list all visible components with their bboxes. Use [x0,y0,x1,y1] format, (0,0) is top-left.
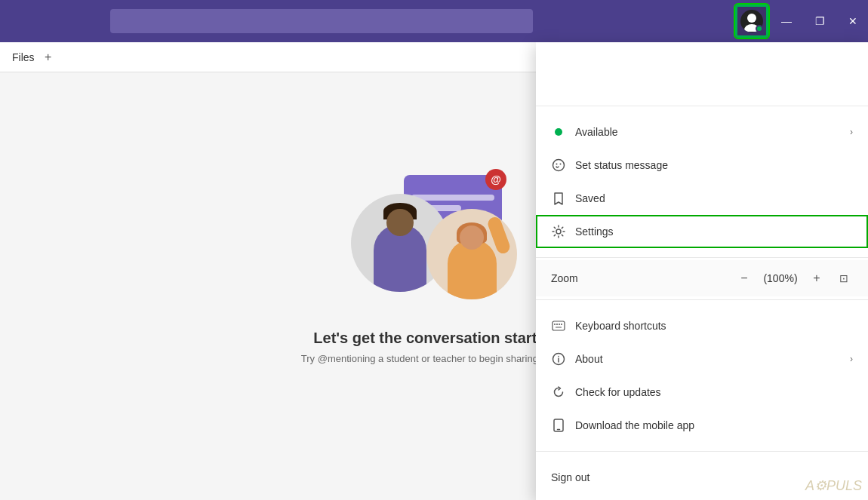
set-status-label: Set status message [575,159,853,171]
zoom-plus-button[interactable]: + [808,269,826,287]
zoom-row: Zoom − (100%) + ⊡ [536,260,868,296]
divider-4 [536,451,868,452]
circle-icon [551,124,566,140]
info-icon [551,351,566,367]
title-bar: — ❐ ✕ [0,0,868,42]
person-right-arm [485,215,511,255]
main-area: Files + @ [0,42,868,500]
status-section: Available › Set status message [536,109,868,254]
cta-subtitle: Try @mentioning a student or teacher to … [301,353,567,364]
divider-1 [536,106,868,106]
circle-right [426,209,517,299]
saved-label: Saved [575,192,853,204]
dropdown-header [536,42,868,103]
add-tab-button[interactable]: + [41,50,56,65]
more-section: Keyboard shortcuts About › [536,303,868,448]
sign-out-label: Sign out [551,471,853,483]
keyboard-label: Keyboard shortcuts [575,320,853,332]
check-updates-label: Check for updates [575,386,853,398]
available-label: Available [575,126,841,138]
about-label: About [575,353,841,365]
bookmark-icon [551,191,566,206]
svg-point-0 [747,14,756,23]
menu-item-about[interactable]: About › [536,342,868,376]
available-chevron: › [850,127,853,137]
menu-item-available[interactable]: Available › [536,115,868,149]
at-badge: @ [485,169,506,190]
about-chevron: › [850,354,853,364]
dropdown-menu: Available › Set status message [536,42,868,500]
svg-point-15 [558,356,559,357]
gear-icon [551,224,566,239]
menu-item-settings[interactable]: Settings [536,215,868,248]
files-label: Files [12,51,35,63]
person-left-head [386,209,414,236]
svg-point-6 [556,229,561,234]
svg-point-2 [555,128,562,136]
person-left-body [374,224,426,292]
person-right-head [460,225,484,250]
avatar-button[interactable] [735,5,768,38]
person-right-body [448,239,497,299]
menu-item-check-updates[interactable]: Check for updates [536,376,868,409]
cta-title: Let's get the conversation started [313,330,554,347]
settings-label: Settings [575,225,853,238]
zoom-label: Zoom [551,272,735,284]
minimize-button[interactable]: — [771,6,802,36]
svg-point-4 [556,163,558,164]
mobile-app-label: Download the mobile app [575,419,853,431]
menu-item-keyboard[interactable]: Keyboard shortcuts [536,309,868,342]
zoom-value: (100%) [762,272,799,284]
signout-section: Sign out [536,455,868,500]
svg-point-5 [560,163,562,164]
maximize-button[interactable]: ❐ [805,6,835,36]
menu-item-mobile-app[interactable]: Download the mobile app [536,409,868,442]
title-bar-right: — ❐ ✕ [735,5,868,38]
svg-point-3 [553,159,565,170]
status-dot [756,25,763,32]
smiley-icon [551,158,566,173]
zoom-minus-button[interactable]: − [735,269,753,287]
divider-2 [536,257,868,258]
divider-3 [536,299,868,300]
illustration: @ [336,164,532,314]
phone-icon [551,418,566,433]
keyboard-icon [551,318,566,333]
close-button[interactable]: ✕ [838,6,868,36]
zoom-controls: − (100%) + ⊡ [735,269,853,287]
refresh-icon [551,385,566,400]
menu-item-saved[interactable]: Saved [536,182,868,215]
search-bar[interactable] [110,9,533,33]
menu-item-set-status[interactable]: Set status message [536,149,868,182]
svg-rect-7 [553,321,565,330]
menu-item-sign-out[interactable]: Sign out [536,461,868,494]
zoom-fit-button[interactable]: ⊡ [835,269,853,287]
